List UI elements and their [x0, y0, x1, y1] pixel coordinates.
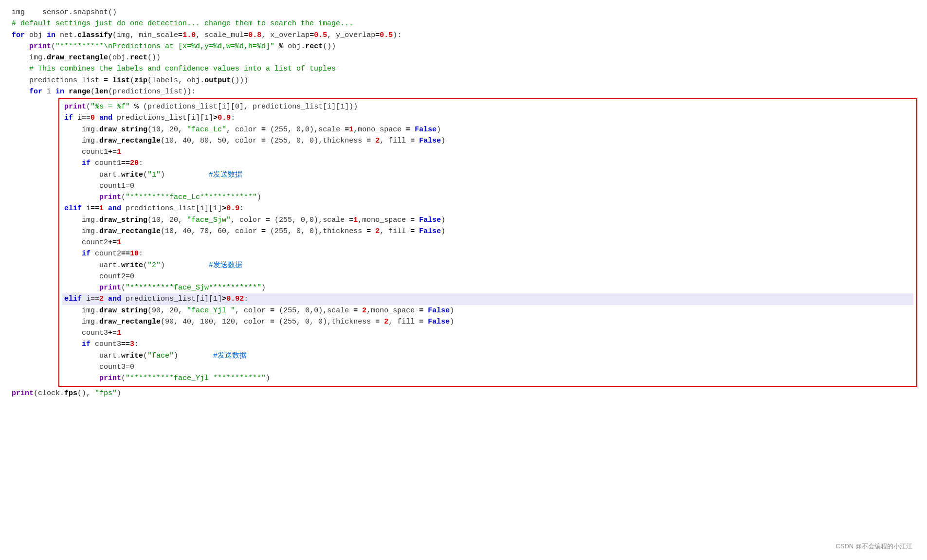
line-draw-string-yjl: img.draw_string(90, 20, "face_Yjl ", col…: [62, 305, 913, 316]
line-uart-write-face: uart.write("face") #发送数据: [62, 350, 913, 361]
line-draw-string-lc: img.draw_string(10, 20, "face_Lc", color…: [62, 124, 913, 135]
line-print-lc: print("*********face_Lc************"): [62, 192, 913, 203]
line-count1-reset: count1=0: [62, 181, 913, 192]
line-uart-write2: uart.write("2") #发送数据: [62, 260, 913, 271]
line-if-count1: if count1==20:: [62, 158, 913, 169]
line-draw-rect1: img.draw_rectangle(obj.rect()): [10, 52, 917, 63]
line-if-count2: if count2==10:: [62, 248, 913, 259]
line-count3-reset: count3=0: [62, 361, 913, 373]
line-print-sjw: print("**********face_Sjw***********"): [62, 282, 913, 293]
line-count1-inc: count1+=1: [62, 146, 913, 158]
watermark-text: CSDN @不会编程的小江江: [836, 542, 912, 551]
line-uart-write1: uart.write("1") #发送数据: [62, 169, 913, 181]
line-if-i0: if i==0 and predictions_list[i][1]>0.9:: [62, 112, 913, 124]
line-elif-i1: elif i==1 and predictions_list[i][1]>0.9…: [62, 203, 913, 214]
code-container: img sensor.snapshot() # default settings…: [10, 5, 917, 401]
line-if-count3: if count3==3:: [62, 339, 913, 350]
line-predictions: predictions_list = list(zip(labels, obj.…: [10, 75, 917, 86]
line-draw-rect-lc: img.draw_rectangle(10, 40, 80, 50, color…: [62, 135, 913, 146]
line-print1: print("**********\nPredictions at [x=%d,…: [10, 41, 917, 52]
line-elif-i2: elif i==2 and predictions_list[i][1]>0.9…: [62, 293, 913, 305]
red-border-box: print("%s = %f" % (predictions_list[i][0…: [58, 98, 917, 387]
line-print-sf: print("%s = %f" % (predictions_list[i][0…: [62, 101, 913, 112]
line-count2-inc: count2+=1: [62, 237, 913, 248]
line-draw-string-sjw: img.draw_string(10, 20, "face_Sjw", colo…: [62, 215, 913, 226]
line-draw-rect-yjl: img.draw_rectangle(90, 40, 100, 120, col…: [62, 316, 913, 327]
line-comment1: # default settings just do one detection…: [10, 18, 917, 29]
line-for-i: for i in range(len(predictions_list)):: [10, 86, 917, 97]
line-count2-reset: count2=0: [62, 271, 913, 282]
line-print-yjl: print("**********face_Yjl ***********"): [62, 373, 913, 384]
line-count3-inc: count3+=1: [62, 327, 913, 339]
line-for-obj: for obj in net.classify(img, min_scale=1…: [10, 30, 917, 41]
line-comment2: # This combines the labels and confidenc…: [10, 63, 917, 74]
line-print-fps: print(clock.fps(), "fps"): [10, 388, 917, 399]
line-img: img sensor.snapshot(): [10, 7, 917, 18]
line-draw-rect-sjw: img.draw_rectangle(10, 40, 70, 60, color…: [62, 226, 913, 237]
